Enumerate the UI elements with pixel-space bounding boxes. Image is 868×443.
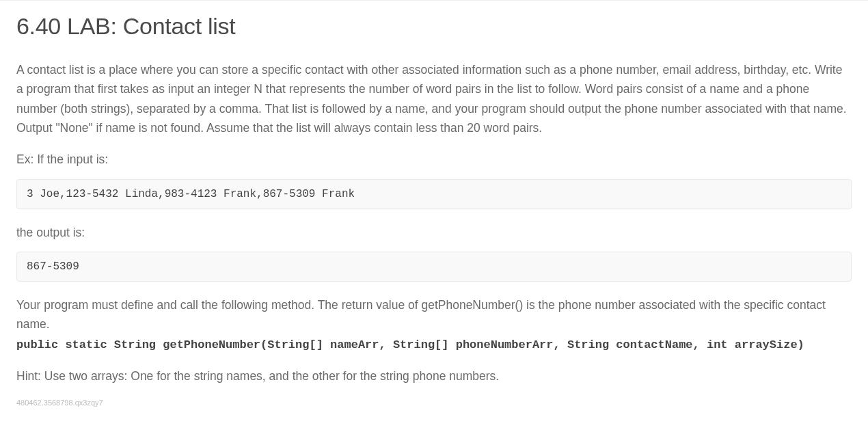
method-requirement: Your program must define and call the fo…	[16, 295, 852, 354]
method-signature: public static String getPhoneNumber(Stri…	[16, 338, 804, 351]
example-output-code: 867-5309	[16, 252, 852, 282]
hint-text: Hint: Use two arrays: One for the string…	[16, 366, 852, 386]
example-input-label: Ex: If the input is:	[16, 150, 852, 169]
top-divider	[0, 0, 868, 1]
lab-description: A contact list is a place where you can …	[16, 60, 852, 137]
method-intro-text: Your program must define and call the fo…	[16, 298, 826, 331]
page-title: 6.40 LAB: Contact list	[16, 13, 852, 40]
lab-content: 6.40 LAB: Contact list A contact list is…	[0, 13, 868, 423]
example-output-label: the output is:	[16, 223, 852, 242]
footer-activity-id: 480462.3568798.qx3zqy7	[16, 399, 852, 407]
example-input-code: 3 Joe,123-5432 Linda,983-4123 Frank,867-…	[16, 179, 852, 209]
